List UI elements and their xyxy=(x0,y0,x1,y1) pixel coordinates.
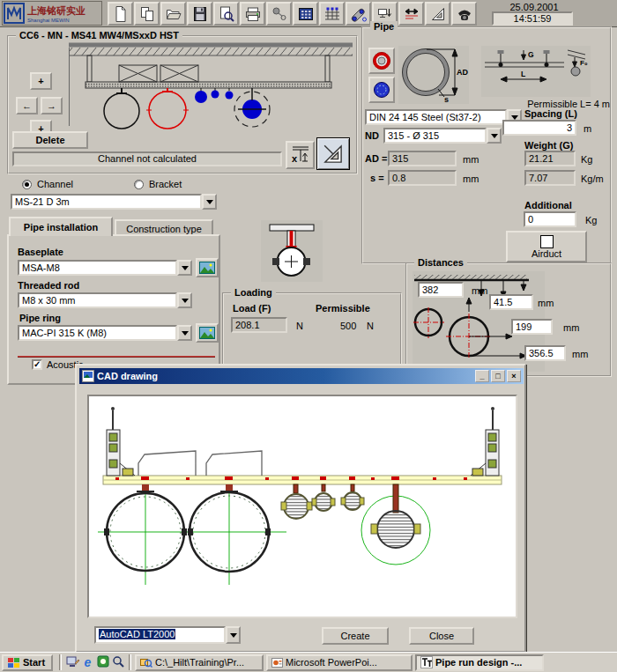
load-label: Load (F) xyxy=(233,303,271,314)
distances-panel: Distances mm mm mm mm xyxy=(405,262,612,377)
airduct-button[interactable]: Airduct xyxy=(506,231,587,262)
distance-mid-unit: mm xyxy=(563,322,579,333)
nd-select[interactable]: 315 - Ø 315 xyxy=(383,128,502,144)
threaded-rod-select[interactable]: M8 x 30 mm xyxy=(18,292,192,308)
tab-pipe-installation[interactable]: Pipe installation xyxy=(9,217,113,236)
pipe-ring-picture-button[interactable] xyxy=(196,323,219,343)
spacing-label: Spacing (L) xyxy=(524,108,577,119)
weight-value: 21.21 xyxy=(524,151,576,166)
channel-type-value[interactable]: MS-21 D 3m xyxy=(11,194,202,210)
pipe-run-title: CC6 - MN - MS41 MW4/MSxxD HST xyxy=(16,30,182,41)
s-label: s = xyxy=(370,173,384,183)
baseplate-picture-button[interactable] xyxy=(196,258,219,277)
cad-window-titlebar[interactable]: CAD drawing _ □ × xyxy=(79,368,524,384)
cad-system-value[interactable]: AutoCAD LT2000 xyxy=(94,626,226,644)
load-unit: N xyxy=(296,321,303,331)
new-document-icon xyxy=(112,5,130,23)
permissible-value: 500 xyxy=(340,321,356,331)
cad-system-dropdown-arrow[interactable] xyxy=(226,626,241,644)
pipe-cross-section-graphic: AD s xyxy=(398,46,469,104)
pipe-panel: Pipe AD s G L xyxy=(361,26,612,264)
start-button[interactable]: Start xyxy=(2,654,53,671)
s-unit: mm xyxy=(463,174,479,184)
set-square-button[interactable] xyxy=(425,2,450,26)
pipe-segment-icon xyxy=(350,5,368,23)
show-desktop-icon[interactable] xyxy=(65,655,80,669)
pipe-segment-button[interactable] xyxy=(346,2,371,26)
distance-mid-input[interactable] xyxy=(511,319,553,335)
distance-top-input[interactable] xyxy=(418,282,464,298)
cad-drawing-graphic xyxy=(89,396,516,617)
move-left-button[interactable]: ← xyxy=(16,97,38,114)
channel-type-select[interactable]: MS-21 D 3m xyxy=(11,194,217,210)
print-icon xyxy=(244,5,262,23)
pipe-design-app-icon xyxy=(420,656,433,668)
spacing-arrows-icon xyxy=(403,5,420,23)
channel-radio[interactable] xyxy=(22,180,32,189)
measure-point-button[interactable] xyxy=(266,2,292,26)
cad-system-select[interactable]: AutoCAD LT2000 xyxy=(94,626,241,644)
taskbar-task-explorer[interactable]: C:\_Hilt\Training\Pr... xyxy=(135,654,264,671)
pipe-standard-select[interactable]: DIN 24 145 Steel (St37-2) xyxy=(365,109,522,125)
print-button[interactable] xyxy=(240,2,265,26)
mounting-icon xyxy=(376,5,394,23)
nd-dropdown-arrow[interactable] xyxy=(487,128,502,144)
save-icon xyxy=(191,5,209,23)
distances-title: Distances xyxy=(414,257,467,268)
maximize-button[interactable]: □ xyxy=(491,370,505,382)
baseplate-value[interactable]: MSA-M8 xyxy=(18,260,177,276)
pipe-installation-panel: Baseplate MSA-M8 Threaded rod M8 x 30 mm… xyxy=(7,234,220,385)
pipe-red-ring-icon xyxy=(372,51,391,70)
copy-document-button[interactable] xyxy=(134,2,160,26)
minimize-button[interactable]: _ xyxy=(475,370,489,382)
taskbar-task-powerpoint[interactable]: Microsoft PowerPoi... xyxy=(266,654,413,671)
recalculate-button[interactable]: x xyxy=(286,141,315,169)
calculator-button[interactable] xyxy=(293,2,318,26)
acoustic-checkbox[interactable]: ✓ xyxy=(32,359,42,370)
channel-radio-label: Channel xyxy=(37,179,73,189)
create-button[interactable]: Create xyxy=(322,627,389,645)
print-preview-button[interactable] xyxy=(213,2,239,26)
cad-drawing-button[interactable] xyxy=(316,137,350,170)
channel-table-button[interactable] xyxy=(319,2,345,26)
pipe-section-red-button[interactable] xyxy=(368,48,395,74)
taskbar-separator xyxy=(59,654,62,670)
pipe-ring-dropdown-arrow[interactable] xyxy=(177,325,192,341)
taskbar: Start e C:\_Hilt\Training\Pr... Microsof… xyxy=(0,652,617,672)
threaded-rod-value[interactable]: M8 x 30 mm xyxy=(18,292,177,308)
cad-canvas xyxy=(87,395,517,618)
move-right-button[interactable]: → xyxy=(41,97,63,114)
close-button[interactable]: Close xyxy=(409,627,474,645)
pipe-standard-value[interactable]: DIN 24 145 Steel (St37-2) xyxy=(365,109,507,125)
distance-bottom-input[interactable] xyxy=(524,345,566,361)
telephone-icon xyxy=(456,5,473,23)
pipe-ring-value[interactable]: MAC-PI 315 K (M8) xyxy=(18,325,177,341)
media-app-icon[interactable] xyxy=(95,655,110,669)
baseplate-select[interactable]: MSA-M8 xyxy=(18,260,192,276)
open-folder-button[interactable] xyxy=(160,2,186,26)
cad-system-selected-text: AutoCAD LT2000 xyxy=(99,629,175,639)
internet-explorer-icon[interactable]: e xyxy=(80,656,95,668)
nd-value[interactable]: 315 - Ø 315 xyxy=(383,128,487,144)
svg-text:x: x xyxy=(292,153,298,164)
task-label: Pipe run design -... xyxy=(435,657,522,668)
channel-type-dropdown-arrow[interactable] xyxy=(202,194,217,210)
search-icon[interactable] xyxy=(110,655,125,669)
svg-text:L: L xyxy=(521,70,525,78)
bracket-radio[interactable] xyxy=(134,180,144,189)
spacing-input[interactable] xyxy=(502,120,576,136)
pipe-ring-select[interactable]: MAC-PI 315 K (M8) xyxy=(18,325,192,341)
spacing-arrows-button[interactable] xyxy=(398,2,424,26)
baseplate-dropdown-arrow[interactable] xyxy=(177,260,192,276)
add-pipe-top-button[interactable]: + xyxy=(30,72,52,90)
telephone-button[interactable] xyxy=(451,2,477,26)
new-document-button[interactable] xyxy=(108,2,133,26)
threaded-rod-dropdown-arrow[interactable] xyxy=(177,292,192,308)
taskbar-task-pipe-run-design[interactable]: Pipe run design -... xyxy=(415,654,544,671)
additional-input[interactable] xyxy=(524,211,576,227)
distance-offset-input[interactable] xyxy=(489,294,533,310)
pipe-run-drawing[interactable] xyxy=(69,42,353,141)
pipe-section-blue-button[interactable] xyxy=(368,77,395,103)
save-button[interactable] xyxy=(187,2,212,26)
close-window-button[interactable]: × xyxy=(507,370,521,382)
